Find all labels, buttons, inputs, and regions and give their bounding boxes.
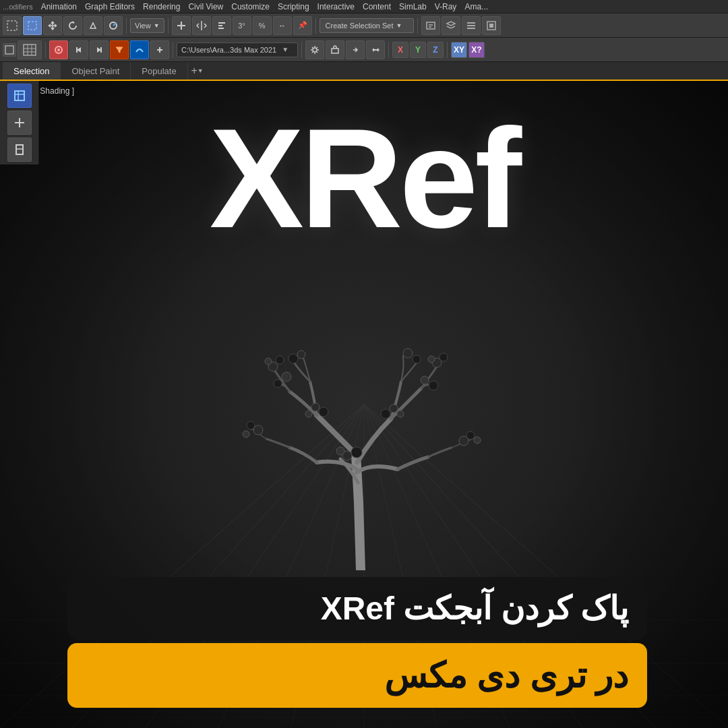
svg-point-44 bbox=[413, 355, 421, 363]
menu-scripting[interactable]: Scripting bbox=[278, 2, 309, 11]
y-axis-button[interactable]: Y bbox=[410, 42, 426, 58]
menu-graph-editors[interactable]: Graph Editors bbox=[85, 2, 135, 11]
svg-point-35 bbox=[297, 351, 305, 359]
svg-point-33 bbox=[265, 358, 272, 365]
svg-point-47 bbox=[421, 376, 429, 384]
arrows2-button[interactable] bbox=[366, 40, 385, 59]
view-dropdown[interactable]: View ▼ bbox=[130, 18, 164, 33]
svg-rect-1 bbox=[28, 22, 36, 30]
svg-point-53 bbox=[336, 447, 344, 455]
svg-point-56 bbox=[305, 411, 312, 417]
angle-snap-button[interactable]: 3° bbox=[233, 16, 251, 35]
menu-bar: ...odifiers Animation Graph Editors Rend… bbox=[0, 0, 728, 13]
svg-point-59 bbox=[397, 411, 404, 417]
snap-toggle-button[interactable] bbox=[3, 43, 16, 57]
layers-button[interactable] bbox=[442, 16, 460, 35]
menu-vray[interactable]: V-Ray bbox=[435, 2, 457, 11]
arrows-button[interactable] bbox=[346, 40, 365, 59]
separator-2 bbox=[168, 18, 169, 34]
x-axis-button[interactable]: X bbox=[392, 42, 408, 58]
extra-button[interactable] bbox=[482, 16, 501, 35]
separator-6 bbox=[173, 42, 173, 58]
menu-civil-view[interactable]: Civil View bbox=[188, 2, 223, 11]
menu-interactive[interactable]: Interactive bbox=[317, 2, 355, 11]
panel-btn-1[interactable] bbox=[7, 84, 32, 108]
svg-point-45 bbox=[403, 348, 413, 358]
svg-point-36 bbox=[274, 380, 282, 388]
svg-point-49 bbox=[459, 436, 468, 446]
grid-button[interactable] bbox=[18, 40, 42, 59]
viewport[interactable]: ] [Default Shading ] XRef bbox=[0, 81, 728, 728]
menu-ama[interactable]: Ama... bbox=[464, 2, 488, 11]
separator-1 bbox=[126, 18, 127, 34]
add-tab-button[interactable]: + ▼ bbox=[188, 62, 207, 80]
percent-button[interactable]: % bbox=[253, 16, 272, 35]
separator-7 bbox=[301, 42, 302, 58]
svg-point-37 bbox=[282, 372, 291, 382]
svg-rect-4 bbox=[427, 22, 435, 29]
tab-populate[interactable]: Populate bbox=[131, 62, 187, 80]
svg-point-51 bbox=[351, 447, 362, 458]
xy-plane-button[interactable]: XY bbox=[451, 42, 467, 58]
svg-rect-15 bbox=[16, 145, 23, 154]
scale-button[interactable] bbox=[84, 16, 102, 35]
separator-5 bbox=[45, 42, 46, 58]
named-selections-button[interactable] bbox=[421, 16, 440, 35]
svg-rect-6 bbox=[5, 46, 13, 54]
menu-simlab[interactable]: SimLab bbox=[399, 2, 427, 11]
tab-object-paint[interactable]: Object Paint bbox=[61, 62, 131, 80]
asset-button[interactable] bbox=[326, 40, 344, 59]
separator-9 bbox=[447, 42, 448, 58]
extra-anim-button[interactable] bbox=[150, 40, 169, 59]
rotate-button[interactable] bbox=[63, 16, 82, 35]
separator-8 bbox=[388, 42, 389, 58]
z-axis-button[interactable]: Z bbox=[427, 42, 444, 58]
svg-point-55 bbox=[311, 403, 320, 411]
select-all-button[interactable] bbox=[3, 16, 22, 35]
rect-select-button[interactable] bbox=[23, 16, 42, 35]
settings-button[interactable] bbox=[305, 40, 324, 59]
toolbar-main: View ▼ 3° % ↔ 📌 Create Selection Set ▼ bbox=[0, 13, 728, 38]
panel-btn-2[interactable] bbox=[7, 111, 32, 135]
prev-frame-button[interactable] bbox=[69, 40, 88, 59]
curve-button[interactable] bbox=[130, 40, 149, 59]
toolbar-secondary: C:\Users\Ara...3ds Max 2021 ▼ X Y Z XY X… bbox=[0, 38, 728, 62]
left-panel bbox=[0, 81, 39, 164]
xp-plane-button[interactable]: X? bbox=[468, 42, 485, 58]
pin-button[interactable]: 📌 bbox=[293, 16, 312, 35]
svg-point-40 bbox=[243, 431, 249, 437]
menu-customize[interactable]: Customize bbox=[231, 2, 270, 11]
panel-btn-3[interactable] bbox=[7, 138, 32, 162]
svg-rect-11 bbox=[100, 47, 102, 53]
filter-button[interactable] bbox=[110, 40, 129, 59]
key-frame-button[interactable] bbox=[49, 40, 68, 59]
svg-rect-0 bbox=[7, 21, 17, 30]
menu-rendering[interactable]: Rendering bbox=[143, 2, 180, 11]
separator-4 bbox=[417, 18, 418, 34]
arrow-button[interactable]: ↔ bbox=[273, 16, 292, 35]
tab-selection[interactable]: Selection bbox=[3, 62, 61, 80]
svg-point-12 bbox=[313, 48, 317, 52]
file-path-display: C:\Users\Ara...3ds Max 2021 ▼ bbox=[177, 42, 298, 57]
svg-rect-13 bbox=[332, 49, 338, 53]
svg-point-3 bbox=[180, 24, 183, 27]
mirror-button[interactable] bbox=[192, 16, 211, 35]
list-button[interactable] bbox=[462, 16, 481, 35]
mode-button[interactable] bbox=[104, 16, 123, 35]
next-frame-button[interactable] bbox=[90, 40, 109, 59]
svg-point-46 bbox=[429, 381, 438, 390]
align-button[interactable] bbox=[212, 16, 231, 35]
svg-point-39 bbox=[253, 425, 263, 435]
svg-rect-10 bbox=[76, 47, 78, 53]
svg-point-50 bbox=[474, 437, 481, 444]
snap-button[interactable] bbox=[172, 16, 191, 35]
menu-content[interactable]: Content bbox=[363, 2, 391, 11]
xref-title: XRef bbox=[210, 108, 518, 249]
move-button[interactable] bbox=[43, 16, 62, 35]
menu-animation[interactable]: Animation bbox=[41, 2, 77, 11]
tree-silhouette bbox=[236, 328, 492, 573]
create-selection-set-button[interactable]: Create Selection Set ▼ bbox=[320, 18, 414, 33]
svg-point-42 bbox=[439, 353, 448, 361]
menu-modifiers[interactable]: ...odifiers bbox=[3, 3, 33, 11]
tab-bar: Selection Object Paint Populate + ▼ bbox=[0, 62, 728, 81]
